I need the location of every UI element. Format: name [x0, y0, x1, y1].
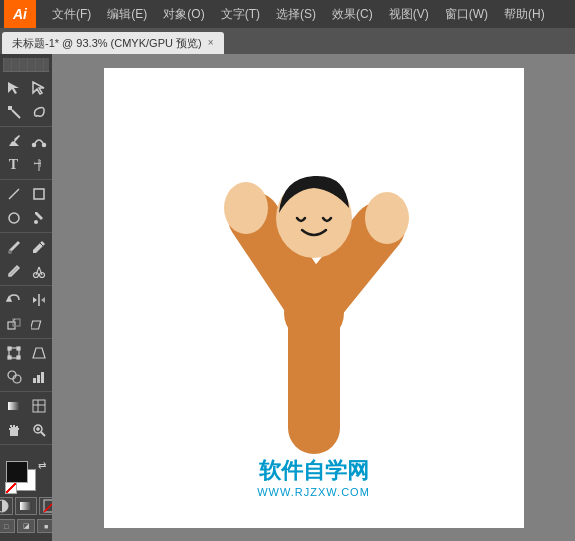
warp-tools-group	[0, 339, 52, 392]
menu-select[interactable]: 选择(S)	[268, 0, 324, 28]
color-swatches: ⇄	[4, 459, 48, 495]
perspective-button[interactable]	[27, 342, 51, 364]
eraser-button[interactable]	[2, 260, 26, 282]
character-illustration	[174, 118, 454, 478]
full-screen-button[interactable]: ■	[37, 519, 52, 533]
transform-tools-group	[0, 286, 52, 339]
lasso-button[interactable]	[27, 101, 51, 123]
shape-builder-button[interactable]	[2, 366, 26, 388]
app-logo: Ai	[4, 0, 36, 28]
svg-rect-26	[17, 347, 20, 350]
full-menu-screen-button[interactable]: ◪	[17, 519, 35, 533]
screen-mode-buttons: □ ◪ ■	[0, 519, 52, 533]
magic-wand-button[interactable]	[2, 101, 26, 123]
menu-bar: Ai 文件(F) 编辑(E) 对象(O) 文字(T) 选择(S) 效果(C) 视…	[0, 0, 575, 28]
tab-bar: 未标题-1* @ 93.3% (CMYK/GPU 预览) ×	[0, 28, 575, 54]
selection-tool-button[interactable]	[2, 77, 26, 99]
menu-file[interactable]: 文件(F)	[44, 0, 99, 28]
svg-rect-27	[8, 356, 11, 359]
svg-rect-10	[34, 189, 44, 199]
svg-point-51	[365, 192, 409, 244]
hand-tool-button[interactable]	[2, 419, 26, 441]
ellipse-tool-button[interactable]	[2, 207, 26, 229]
paintbucket-button[interactable]	[27, 207, 51, 229]
shear-button[interactable]	[27, 313, 51, 335]
tab-close-button[interactable]: ×	[208, 32, 214, 54]
pencil-button[interactable]	[27, 236, 51, 258]
menu-view[interactable]: 视图(V)	[381, 0, 437, 28]
color-mode-buttons	[0, 497, 52, 515]
type-tool-button[interactable]: T	[2, 154, 26, 176]
svg-rect-43	[20, 502, 32, 510]
svg-point-6	[42, 144, 45, 147]
selection-tools-group	[0, 74, 52, 127]
svg-point-5	[32, 144, 35, 147]
ruler-indicator	[3, 58, 49, 72]
curvature-button[interactable]	[27, 130, 51, 152]
direct-selection-button[interactable]	[27, 77, 51, 99]
shape-tools-group	[0, 180, 52, 233]
zoom-tool-button[interactable]	[27, 419, 51, 441]
left-toolbar: T T	[0, 54, 52, 541]
main-area: T T	[0, 54, 575, 541]
line-tool-button[interactable]	[2, 183, 26, 205]
watermark: 软件自学网 WWW.RJZXW.COM	[257, 456, 370, 498]
svg-rect-32	[37, 375, 40, 383]
document-tab[interactable]: 未标题-1* @ 93.3% (CMYK/GPU 预览) ×	[2, 32, 224, 54]
svg-rect-35	[33, 400, 45, 412]
menu-effect[interactable]: 效果(C)	[324, 0, 381, 28]
mesh-button[interactable]	[27, 395, 51, 417]
menu-help[interactable]: 帮助(H)	[496, 0, 553, 28]
svg-point-12	[8, 250, 12, 254]
normal-screen-button[interactable]: □	[0, 519, 15, 533]
svg-point-11	[9, 213, 19, 223]
svg-text:T: T	[32, 160, 44, 167]
svg-line-45	[44, 500, 52, 512]
svg-marker-18	[7, 297, 11, 301]
rotate-tool-button[interactable]	[2, 289, 26, 311]
menu-text[interactable]: 文字(T)	[213, 0, 268, 28]
gradient-button[interactable]	[2, 395, 26, 417]
swap-colors-button[interactable]: ⇄	[38, 460, 46, 471]
svg-point-50	[224, 182, 268, 234]
svg-marker-1	[33, 82, 44, 94]
svg-marker-0	[8, 82, 19, 94]
svg-line-39	[41, 432, 45, 436]
canvas-background: 软件自学网 WWW.RJZXW.COM	[104, 68, 524, 528]
svg-rect-23	[31, 321, 41, 329]
nav-tools-group	[0, 392, 52, 445]
canvas-area: 软件自学网 WWW.RJZXW.COM	[52, 54, 575, 541]
pen-tool-button[interactable]	[2, 130, 26, 152]
svg-rect-31	[33, 378, 36, 383]
svg-rect-25	[8, 347, 11, 350]
paint-tools-group	[0, 233, 52, 286]
rectangle-tool-button[interactable]	[27, 183, 51, 205]
svg-rect-34	[8, 402, 20, 410]
color-area: ⇄ □ ◪ ■	[0, 455, 52, 537]
free-transform-button[interactable]	[2, 342, 26, 364]
menu-object[interactable]: 对象(O)	[155, 0, 212, 28]
svg-line-3	[12, 110, 20, 118]
paintbrush-button[interactable]	[2, 236, 26, 258]
color-mode-button[interactable]	[0, 497, 13, 515]
svg-rect-28	[17, 356, 20, 359]
scissors-button[interactable]	[27, 260, 51, 282]
menu-window[interactable]: 窗口(W)	[437, 0, 496, 28]
svg-rect-2	[8, 106, 12, 110]
reflect-button[interactable]	[27, 289, 51, 311]
vertical-type-button[interactable]: T	[27, 154, 51, 176]
no-color-button[interactable]	[5, 482, 17, 494]
svg-rect-33	[41, 372, 44, 383]
watermark-sub-text: WWW.RJZXW.COM	[257, 486, 370, 498]
scale-button[interactable]	[2, 313, 26, 335]
pen-tools-group: T T	[0, 127, 52, 180]
svg-line-9	[9, 189, 19, 199]
watermark-main-text: 软件自学网	[257, 456, 370, 486]
tab-label: 未标题-1* @ 93.3% (CMYK/GPU 预览)	[12, 32, 202, 54]
gradient-mode-button[interactable]	[15, 497, 37, 515]
svg-point-49	[284, 283, 344, 343]
none-mode-button[interactable]	[39, 497, 52, 515]
menu-edit[interactable]: 编辑(E)	[99, 0, 155, 28]
foreground-color-swatch[interactable]	[6, 461, 28, 483]
bar-chart-button[interactable]	[27, 366, 51, 388]
